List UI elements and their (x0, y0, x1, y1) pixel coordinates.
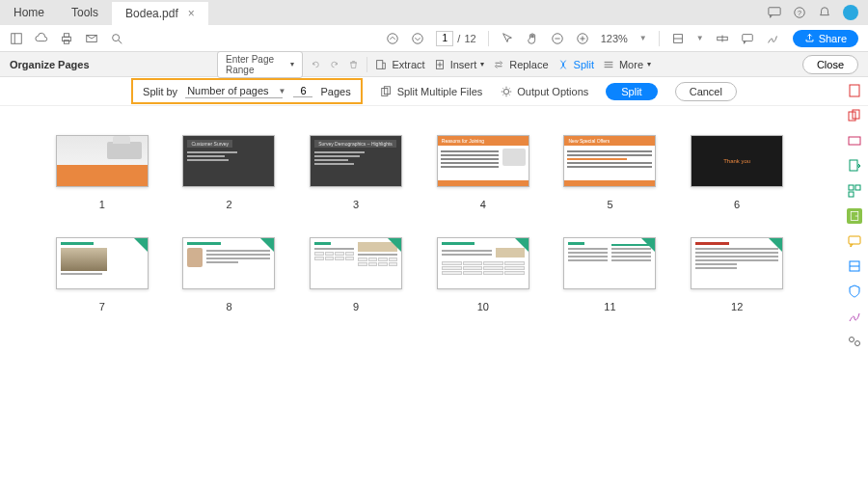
svg-rect-0 (769, 8, 780, 15)
pointer-icon[interactable] (501, 32, 514, 45)
page-down-icon[interactable] (411, 32, 424, 45)
chevron-down-icon[interactable]: ▼ (696, 34, 704, 42)
chat-icon[interactable] (768, 6, 781, 19)
page-range-input[interactable]: Enter Page Range▾ (217, 51, 303, 78)
mail-icon[interactable] (85, 32, 98, 45)
avatar[interactable] (843, 5, 858, 20)
page-thumb-8[interactable]: 8 (176, 237, 284, 312)
create-pdf-icon[interactable] (847, 83, 862, 98)
svg-point-31 (504, 89, 509, 94)
subbar-title: Organize Pages (10, 59, 90, 70)
print-icon[interactable] (60, 32, 73, 45)
help-icon[interactable]: ? (793, 6, 806, 19)
page-thumb-4[interactable]: Reasons for Joining 4 (429, 135, 537, 210)
split-pages-label: Pages (320, 86, 350, 97)
tab-file[interactable]: Bodea.pdf × (112, 0, 208, 25)
cancel-button[interactable]: Cancel (675, 82, 737, 101)
page-grid: 1 Customer Survey 2 Survey Demographics … (0, 106, 839, 488)
comment-icon[interactable] (741, 32, 754, 45)
search-icon[interactable] (110, 32, 123, 45)
page-up-icon[interactable] (386, 32, 399, 45)
svg-point-12 (413, 33, 423, 43)
comment-tool-icon[interactable] (847, 233, 862, 249)
share-button[interactable]: Share (793, 30, 858, 47)
svg-point-11 (388, 33, 398, 43)
sign-icon[interactable] (766, 32, 779, 45)
svg-line-10 (119, 40, 122, 43)
page-thumb-3[interactable]: Survey Demographics – Highlights 3 (302, 135, 410, 210)
split-tab-button[interactable]: Split (556, 58, 594, 71)
fill-sign-icon[interactable] (847, 309, 862, 324)
split-method-select[interactable]: Number of pages (185, 84, 282, 98)
svg-rect-37 (849, 185, 854, 190)
page-indicator: / 12 (436, 31, 475, 46)
page-current-input[interactable] (436, 31, 453, 46)
page-thumb-1[interactable]: 1 (48, 135, 156, 210)
svg-rect-32 (850, 85, 859, 96)
organize-icon[interactable] (847, 183, 862, 199)
page-thumb-11[interactable]: 11 (556, 237, 665, 312)
main-toolbar: / 12 123% ▼ ▼ Share (0, 25, 868, 52)
svg-rect-38 (855, 185, 860, 190)
split-multiple-button[interactable]: Split Multiple Files (380, 85, 483, 98)
svg-rect-22 (377, 60, 383, 68)
svg-point-45 (855, 341, 860, 346)
page-thumb-2[interactable]: Customer Survey 2 (176, 135, 284, 210)
svg-point-9 (113, 34, 120, 41)
svg-rect-6 (64, 33, 68, 37)
read-mode-icon[interactable] (716, 32, 729, 45)
edit-pdf-icon[interactable] (847, 133, 862, 149)
right-tool-rail (841, 77, 868, 349)
page-thumb-7[interactable]: 7 (48, 237, 156, 312)
svg-rect-21 (742, 34, 752, 41)
insert-button[interactable]: Insert▾ (433, 58, 485, 71)
page-thumb-10[interactable]: 10 (429, 237, 537, 312)
svg-rect-35 (849, 137, 860, 145)
panel-icon[interactable] (10, 32, 23, 45)
page-thumb-9[interactable]: 9 (302, 237, 410, 312)
hand-icon[interactable] (526, 32, 539, 45)
page-thumb-12[interactable]: 12 (683, 237, 791, 312)
send-for-signature-icon[interactable] (847, 208, 862, 224)
page-thumb-5[interactable]: New Special Offers 5 (556, 135, 665, 210)
more-tools-icon[interactable] (847, 334, 862, 349)
organize-subbar: Organize Pages Enter Page Range▾ Extract… (0, 52, 868, 77)
protect-icon[interactable] (847, 284, 862, 299)
zoom-in-icon[interactable] (576, 32, 589, 45)
replace-button[interactable]: Replace (492, 58, 548, 71)
output-options-button[interactable]: Output Options (500, 85, 588, 98)
split-by-label: Split by (143, 86, 177, 97)
close-icon[interactable]: × (188, 7, 195, 20)
split-count-input[interactable] (293, 85, 312, 97)
split-options-bar: Split by Number of pages▼ Pages Split Mu… (0, 77, 868, 106)
tab-tools[interactable]: Tools (58, 0, 112, 25)
page-thumb-6[interactable]: Thank you 6 (683, 135, 791, 210)
tab-home[interactable]: Home (0, 0, 58, 25)
fit-width-icon[interactable] (671, 32, 685, 45)
tab-bar: Home Tools Bodea.pdf × ? (0, 0, 868, 25)
split-by-group: Split by Number of pages▼ Pages (131, 78, 363, 104)
rotate-left-icon[interactable] (311, 58, 321, 71)
tab-file-label: Bodea.pdf (125, 7, 178, 20)
rotate-right-icon[interactable] (329, 58, 339, 71)
more-button[interactable]: More▾ (602, 58, 651, 71)
svg-rect-36 (850, 160, 857, 171)
svg-rect-41 (849, 236, 860, 244)
cloud-icon[interactable] (35, 32, 48, 45)
extract-button[interactable]: Extract (374, 58, 424, 71)
trash-icon[interactable] (348, 58, 359, 71)
close-button[interactable]: Close (802, 55, 858, 74)
svg-rect-3 (12, 33, 22, 43)
combine-icon[interactable] (847, 108, 862, 123)
svg-point-44 (850, 338, 854, 342)
export-pdf-icon[interactable] (847, 158, 862, 174)
chevron-down-icon[interactable]: ▼ (639, 34, 647, 42)
zoom-level[interactable]: 123% (601, 33, 628, 44)
split-button[interactable]: Split (606, 83, 657, 100)
bell-icon[interactable] (818, 6, 831, 19)
scan-icon[interactable] (847, 258, 862, 274)
zoom-out-icon[interactable] (551, 32, 564, 45)
svg-rect-39 (849, 192, 854, 197)
svg-text:?: ? (798, 10, 801, 16)
